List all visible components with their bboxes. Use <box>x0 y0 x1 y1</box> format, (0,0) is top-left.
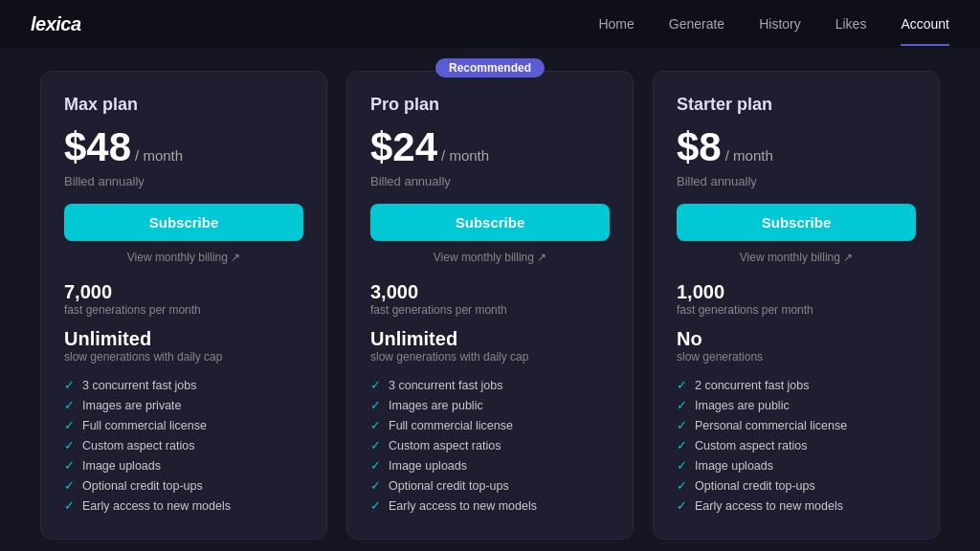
feature-text: 2 concurrent fast jobs <box>695 379 810 392</box>
feature-text: Images are public <box>389 399 483 412</box>
feature-list: ✓ 3 concurrent fast jobs ✓ Images are pr… <box>64 375 303 516</box>
feature-list: ✓ 3 concurrent fast jobs ✓ Images are pu… <box>370 375 610 516</box>
check-icon: ✓ <box>677 498 687 513</box>
feature-item: ✓ Full commercial license <box>64 415 303 435</box>
check-icon: ✓ <box>64 458 75 473</box>
check-icon: ✓ <box>370 418 381 432</box>
slow-gen-label: slow generations with daily cap <box>64 350 303 364</box>
feature-text: Image uploads <box>82 459 161 473</box>
feature-text: Images are public <box>695 399 790 412</box>
feature-text: Image uploads <box>389 459 467 473</box>
plan-price: $8 / month <box>677 124 916 170</box>
fast-gen-count: 3,000 <box>370 281 610 303</box>
plan-price: $48 / month <box>64 124 303 170</box>
check-icon: ✓ <box>64 398 75 412</box>
fast-gen-group: 1,000 fast generations per month <box>677 281 916 317</box>
feature-text: 3 concurrent fast jobs <box>82 379 197 392</box>
check-icon: ✓ <box>370 458 381 473</box>
check-icon: ✓ <box>370 378 381 392</box>
feature-text: Early access to new models <box>389 499 537 513</box>
fast-gen-group: 7,000 fast generations per month <box>64 281 303 317</box>
subscribe-button[interactable]: Subscribe <box>64 204 303 241</box>
subscribe-button[interactable]: Subscribe <box>677 204 916 241</box>
feature-item: ✓ Image uploads <box>370 455 610 475</box>
feature-item: ✓ 3 concurrent fast jobs <box>64 375 303 395</box>
feature-item: ✓ Custom aspect ratios <box>677 435 916 455</box>
feature-text: Optional credit top-ups <box>695 479 815 493</box>
feature-item: ✓ Images are public <box>370 395 610 415</box>
view-monthly-link[interactable]: View monthly billing ↗ <box>370 251 610 264</box>
feature-item: ✓ Optional credit top-ups <box>677 475 916 496</box>
feature-item: ✓ Early access to new models <box>677 496 916 516</box>
feature-text: Image uploads <box>695 459 773 473</box>
feature-item: ✓ Personal commercial license <box>677 415 916 435</box>
plan-name: Starter plan <box>677 95 916 115</box>
nav-item-generate[interactable]: Generate <box>669 15 724 33</box>
fast-gen-label: fast generations per month <box>64 303 303 317</box>
price-period: / month <box>725 147 773 164</box>
check-icon: ✓ <box>64 478 75 493</box>
feature-item: ✓ Custom aspect ratios <box>64 435 303 455</box>
feature-text: Full commercial license <box>389 419 513 432</box>
feature-item: ✓ Full commercial license <box>370 415 610 435</box>
fast-gen-count: 7,000 <box>64 281 303 303</box>
slow-gen-amount: Unlimited <box>370 328 610 350</box>
feature-item: ✓ Early access to new models <box>370 496 610 516</box>
feature-list: ✓ 2 concurrent fast jobs ✓ Images are pu… <box>677 375 916 516</box>
check-icon: ✓ <box>677 458 687 473</box>
feature-item: ✓ Optional credit top-ups <box>370 475 610 496</box>
price-amount: $24 <box>370 124 437 170</box>
price-amount: $48 <box>64 124 131 170</box>
billed-text: Billed annually <box>64 174 303 188</box>
feature-item: ✓ Optional credit top-ups <box>64 475 303 496</box>
feature-text: Custom aspect ratios <box>389 439 501 452</box>
pricing-section: Max plan $48 / month Billed annually Sub… <box>0 48 980 540</box>
logo: lexica <box>31 13 81 35</box>
billed-text: Billed annually <box>677 174 916 188</box>
check-icon: ✓ <box>370 438 381 452</box>
check-icon: ✓ <box>370 478 381 493</box>
slow-gen-label: slow generations with daily cap <box>370 350 610 364</box>
check-icon: ✓ <box>677 418 687 432</box>
nav-item-home[interactable]: Home <box>598 15 634 33</box>
feature-item: ✓ Image uploads <box>64 455 303 475</box>
nav-item-likes[interactable]: Likes <box>835 15 867 33</box>
slow-gen-amount: No <box>677 328 916 350</box>
feature-text: Custom aspect ratios <box>695 439 807 452</box>
feature-item: ✓ Custom aspect ratios <box>370 435 610 455</box>
slow-gen-label: slow generations <box>677 350 916 364</box>
feature-text: Personal commercial license <box>695 419 847 432</box>
feature-text: Custom aspect ratios <box>82 439 194 452</box>
feature-text: Early access to new models <box>82 499 231 513</box>
plan-card-starter: Starter plan $8 / month Billed annually … <box>653 71 940 540</box>
slow-gen-group: Unlimited slow generations with daily ca… <box>64 328 303 364</box>
nav-item-account[interactable]: Account <box>901 15 949 33</box>
feature-text: 3 concurrent fast jobs <box>389 379 503 392</box>
view-monthly-link[interactable]: View monthly billing ↗ <box>64 251 303 264</box>
slow-gen-amount: Unlimited <box>64 328 303 350</box>
feature-text: Full commercial license <box>82 419 207 432</box>
feature-item: ✓ 2 concurrent fast jobs <box>677 375 916 395</box>
fast-gen-label: fast generations per month <box>370 303 610 317</box>
fast-gen-count: 1,000 <box>677 281 916 303</box>
plan-name: Max plan <box>64 95 303 115</box>
price-period: / month <box>135 147 183 164</box>
nav-item-history[interactable]: History <box>759 15 801 33</box>
feature-text: Optional credit top-ups <box>82 479 203 493</box>
view-monthly-link[interactable]: View monthly billing ↗ <box>677 251 916 264</box>
feature-item: ✓ Image uploads <box>677 455 916 475</box>
plan-card-pro: Recommended Pro plan $24 / month Billed … <box>346 71 634 540</box>
price-amount: $8 <box>677 124 722 170</box>
feature-item: ✓ Images are private <box>64 395 303 415</box>
plan-price: $24 / month <box>370 124 610 170</box>
check-icon: ✓ <box>370 398 381 412</box>
feature-item: ✓ Images are public <box>677 395 916 415</box>
fast-gen-label: fast generations per month <box>677 303 916 317</box>
check-icon: ✓ <box>64 378 75 392</box>
check-icon: ✓ <box>64 438 75 452</box>
subscribe-button[interactable]: Subscribe <box>370 204 610 241</box>
check-icon: ✓ <box>370 498 381 513</box>
check-icon: ✓ <box>64 418 75 432</box>
slow-gen-group: No slow generations <box>677 328 916 364</box>
recommended-badge: Recommended <box>435 58 545 77</box>
